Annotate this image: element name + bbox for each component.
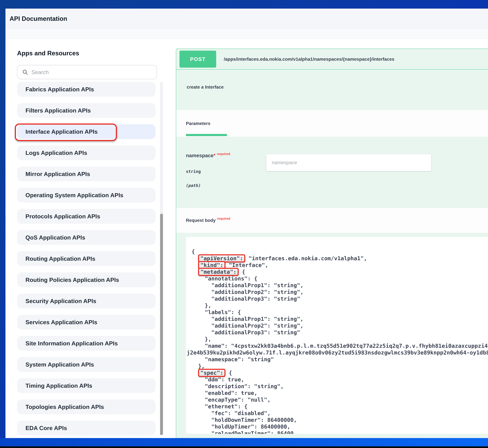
parameters-header: Parameters Cancel Reset	[176, 110, 488, 137]
sidebar-item[interactable]: Site Information Application APIs	[17, 336, 155, 351]
method-badge: POST	[179, 51, 216, 68]
namespace-placeholder: namespace	[272, 160, 297, 165]
sidebar-item[interactable]: Logs Application APIs	[17, 145, 155, 160]
sidebar-item[interactable]: Routing Application APIs	[17, 251, 155, 266]
json-editor[interactable]: { "apiVersion": "interfaces.eda.nokia.co…	[186, 237, 488, 434]
json-code-line: "additionalProp1": "string",	[192, 282, 488, 288]
endpoint-header[interactable]: POST /apps/interfaces.eda.nokia.com/v1al…	[176, 49, 488, 70]
search-icon	[22, 69, 28, 75]
required-badge: required	[217, 152, 230, 156]
json-code-line: "holdUpTimer": 86400000,	[192, 423, 488, 430]
sidebar-scrollbar[interactable]	[160, 82, 163, 435]
json-code-line: j2e4b539ku2pikhd2w6olyw.71f.l.ayqjkre08o…	[187, 349, 488, 356]
json-code-line: "holdDownTimer": 86400000,	[192, 416, 488, 423]
request-body-header: Request bodyrequired application/json	[176, 208, 488, 233]
json-code-line: "reloadDelayTimer": 86400	[192, 430, 488, 434]
sidebar-item[interactable]: Filters Application APIs	[17, 103, 155, 118]
json-code-line: "namespace": "string"	[192, 356, 488, 363]
request-body-label: Request bodyrequired	[186, 218, 230, 223]
json-code-line: },	[192, 302, 488, 309]
param-location-label: (path)	[186, 183, 201, 188]
json-code-line: "additionalProp3": "string"	[192, 295, 488, 302]
toolbar-strip	[6, 29, 488, 39]
sidebar-item[interactable]: QoS Application APIs	[17, 230, 155, 245]
sidebar-item[interactable]: Protocols Application APIs	[17, 209, 155, 224]
parameters-form: namespace*required string (path) namespa…	[176, 137, 488, 208]
frame-bottom-strip	[0, 438, 488, 446]
json-code-line: "apiVersion": "interfaces.eda.nokia.com/…	[192, 255, 488, 262]
annotation-box-sidebar	[15, 123, 117, 141]
json-code-line: "encapType": "null",	[192, 396, 488, 403]
json-code-line: "kind": "Interface",	[192, 262, 488, 268]
sidebar-heading: Apps and Resources	[17, 49, 79, 57]
json-code-line: "labels": {	[192, 309, 488, 315]
tab-parameters[interactable]: Parameters	[186, 121, 211, 126]
json-code-line: },	[192, 336, 488, 343]
sidebar-item[interactable]: Topologies Application APIs	[17, 400, 155, 414]
json-code-line: "ethernet": {	[192, 403, 488, 410]
sidebar-item[interactable]: Routing Policies Application APIs	[17, 272, 155, 287]
annotation-box-token: "spec":	[198, 369, 226, 377]
request-body-section: { "apiVersion": "interfaces.eda.nokia.co…	[176, 233, 488, 438]
search-placeholder: Search	[32, 69, 49, 75]
json-code-line: "spec": {	[192, 369, 488, 376]
json-code-line: "metadata": {	[192, 268, 488, 275]
page-title: API Documentation	[9, 15, 67, 22]
sidebar-item[interactable]: System Application APIs	[17, 357, 155, 372]
app-header: API Documentation	[6, 8, 488, 29]
json-code-line: "description": "string",	[192, 383, 488, 390]
json-code-line: {	[192, 248, 488, 255]
sidebar-item[interactable]: Operating System Application APIs	[17, 188, 155, 202]
json-code-line: "additionalProp1": "string",	[192, 315, 488, 322]
endpoint-path: /apps/interfaces.eda.nokia.com/v1alpha1/…	[224, 56, 394, 62]
namespace-field[interactable]: namespace	[266, 154, 431, 171]
sidebar-item[interactable]: Fabrics Application APIs	[17, 82, 155, 97]
sidebar-item[interactable]: Mirror Application APIs	[17, 167, 155, 181]
app-window: API Documentation Apps and Resources Sea…	[6, 8, 488, 438]
json-code-line: "annotations": {	[192, 275, 488, 282]
sidebar-item[interactable]: Services Application APIs	[17, 315, 155, 329]
json-code-line: },	[192, 363, 488, 369]
json-code-line: "additionalProp3": "string"	[192, 329, 488, 336]
search-input[interactable]: Search	[17, 65, 157, 79]
json-code-line: "additionalProp2": "string",	[192, 322, 488, 329]
annotation-box-token: "metadata":	[198, 268, 239, 276]
json-code-line: "fec": "disabled",	[192, 410, 488, 416]
param-type-label: string	[186, 169, 201, 174]
json-code-line: "enabled": true,	[192, 390, 488, 396]
sidebar-item[interactable]: Security Application APIs	[17, 294, 155, 308]
param-name-label: namespace*required	[186, 152, 230, 158]
required-asterisk: *	[213, 152, 215, 158]
sidebar-item[interactable]: Timing Application APIs	[17, 378, 155, 393]
json-code-line: "additionalProp2": "string",	[192, 288, 488, 295]
json-code-line: "ddm": true,	[192, 376, 488, 383]
json-code-line: "name": "4cpstxw2kk03a4bnb6.p.l.m.tzq55d…	[192, 343, 488, 349]
sidebar-item[interactable]: EDA Core APIs	[17, 421, 155, 435]
endpoint-panel: POST /apps/interfaces.eda.nokia.com/v1al…	[176, 48, 488, 438]
required-badge: required	[217, 217, 230, 220]
tab-active-underline	[186, 134, 227, 136]
sidebar-scrollbar-thumb[interactable]	[160, 214, 163, 435]
frame-bottom-edge	[0, 446, 488, 448]
endpoint-description: create a Interface	[176, 70, 488, 110]
